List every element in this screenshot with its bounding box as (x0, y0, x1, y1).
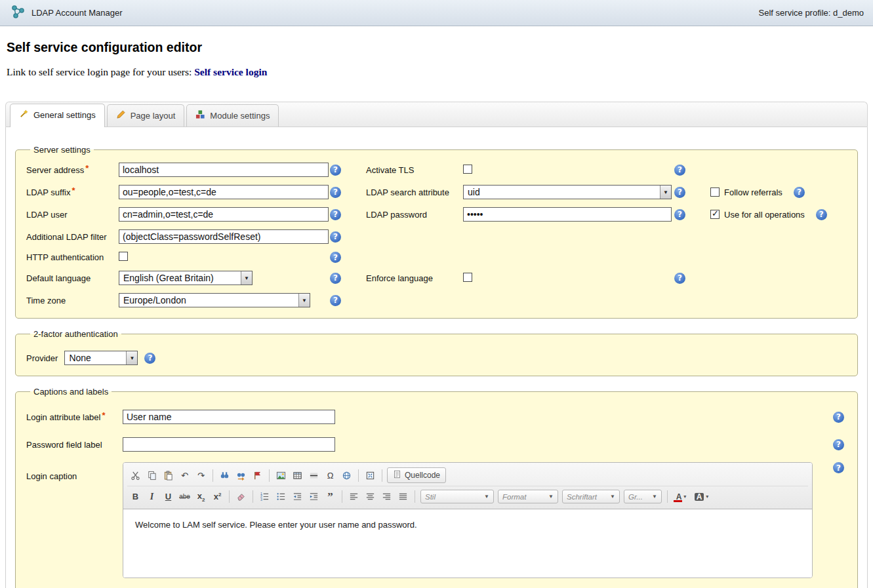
http-authentication-checkbox[interactable] (119, 252, 128, 261)
page-title: Self service configuration editor (7, 40, 868, 55)
enforce-language-checkbox[interactable] (463, 273, 472, 282)
follow-referrals-checkbox[interactable] (710, 187, 720, 197)
provider-select[interactable]: None ▼ (64, 351, 138, 365)
use-for-all-operations-checkbox[interactable] (710, 210, 720, 219)
server-address-label: Server address* (26, 165, 119, 175)
default-language-select[interactable]: English (Great Britain) ▼ (119, 271, 253, 285)
help-icon[interactable]: ? (833, 439, 844, 450)
help-icon[interactable]: ? (330, 165, 341, 176)
http-authentication-label: HTTP authentication (26, 252, 119, 262)
follow-referrals-label: Follow referrals (724, 187, 782, 197)
server-settings-legend: Server settings (30, 145, 94, 155)
default-language-label: Default language (26, 273, 119, 283)
ldap-search-attribute-label: LDAP search attribute (366, 187, 463, 197)
spellcheck-flag-icon[interactable] (249, 467, 266, 483)
password-field-label-input[interactable] (123, 437, 335, 452)
style-dropdown[interactable]: Stil ▼ (420, 490, 494, 503)
toolbar-separator (382, 469, 382, 482)
login-attribute-input[interactable] (123, 410, 335, 424)
toolbar-separator (213, 469, 213, 482)
help-icon[interactable]: ? (674, 165, 685, 176)
help-icon[interactable]: ? (674, 209, 685, 220)
size-dropdown[interactable]: Gr... ▼ (624, 490, 662, 503)
toolbar-separator (269, 469, 270, 482)
help-icon[interactable]: ? (833, 462, 844, 473)
italic-icon[interactable]: I (144, 489, 160, 505)
editor-toolbar: ↶ ↷ Ω (123, 463, 812, 509)
help-icon[interactable]: ? (330, 252, 341, 263)
undo-icon[interactable]: ↶ (176, 467, 193, 483)
blockquote-icon[interactable]: ” (322, 489, 338, 505)
help-icon[interactable]: ? (330, 187, 341, 198)
help-icon[interactable]: ? (833, 412, 844, 423)
help-icon[interactable]: ? (330, 209, 341, 220)
special-character-icon[interactable]: Ω (322, 467, 338, 483)
help-icon[interactable]: ? (330, 295, 341, 306)
strikethrough-icon[interactable]: abe (176, 489, 193, 505)
additional-ldap-filter-input[interactable] (119, 229, 329, 244)
help-icon[interactable]: ? (330, 231, 341, 243)
background-color-button[interactable]: A▾ (691, 489, 712, 505)
help-icon[interactable]: ? (794, 187, 805, 198)
ldap-password-input[interactable] (463, 207, 672, 222)
table-icon[interactable] (289, 467, 306, 483)
copy-icon[interactable] (144, 467, 160, 483)
numbered-list-icon[interactable]: 123 (256, 489, 273, 505)
ldap-suffix-label: LDAP suffix* (26, 187, 119, 197)
bold-icon[interactable]: B (127, 489, 144, 505)
tab-page-layout[interactable]: Page layout (107, 104, 185, 127)
chevron-down-icon: ▼ (484, 494, 489, 500)
ldap-user-label: LDAP user (26, 210, 119, 220)
login-caption-text: Welcome to LAM self service. Please ente… (135, 520, 800, 530)
paste-icon[interactable] (160, 467, 176, 483)
wand-icon (19, 109, 29, 121)
app-title: LDAP Account Manager (31, 8, 123, 18)
horizontal-rule-icon[interactable] (306, 467, 322, 483)
chevron-down-icon: ▼ (548, 494, 554, 500)
pencil-icon (116, 109, 126, 121)
outdent-icon[interactable] (289, 489, 306, 505)
ldap-suffix-input[interactable] (119, 185, 329, 199)
font-dropdown[interactable]: Schriftart ▼ (562, 490, 620, 503)
tab-general-settings[interactable]: General settings (10, 104, 105, 127)
help-icon[interactable]: ? (144, 353, 155, 364)
bullet-list-icon[interactable] (273, 489, 289, 505)
image-icon[interactable] (273, 467, 289, 483)
help-icon[interactable]: ? (674, 273, 685, 284)
time-zone-select[interactable]: Europe/London ▼ (119, 293, 310, 307)
replace-icon[interactable] (233, 467, 249, 483)
chevron-down-icon: ▼ (652, 494, 657, 500)
align-right-icon[interactable] (378, 489, 395, 505)
align-justify-icon[interactable] (395, 489, 411, 505)
help-icon[interactable]: ? (330, 273, 341, 284)
enforce-language-label: Enforce language (366, 273, 463, 283)
underline-icon[interactable]: U (160, 489, 176, 505)
tab-module-settings[interactable]: Module settings (186, 104, 279, 127)
maximize-icon[interactable] (362, 467, 378, 483)
ldap-search-attribute-select[interactable]: uid ▼ (463, 185, 672, 199)
source-button[interactable]: Quellcode (387, 467, 446, 483)
cut-icon[interactable] (127, 467, 144, 483)
ldap-user-input[interactable] (119, 207, 329, 222)
activate-tls-checkbox[interactable] (463, 165, 472, 174)
time-zone-label: Time zone (26, 296, 119, 305)
format-dropdown[interactable]: Format ▼ (498, 490, 558, 503)
indent-icon[interactable] (306, 489, 322, 505)
help-icon[interactable]: ? (816, 209, 827, 220)
server-address-input[interactable] (119, 163, 329, 177)
self-service-login-link[interactable]: Self service login (194, 66, 267, 77)
help-icon[interactable]: ? (674, 187, 685, 198)
general-settings-panel: Server settings Server address* ? Activa… (5, 127, 868, 588)
align-left-icon[interactable] (346, 489, 362, 505)
subscript-icon[interactable]: x2 (193, 489, 209, 505)
find-icon[interactable] (216, 467, 233, 483)
remove-format-eraser-icon[interactable] (233, 489, 249, 505)
editor-content[interactable]: Welcome to LAM self service. Please ente… (123, 509, 812, 578)
align-center-icon[interactable] (362, 489, 378, 505)
login-link-intro: Link to self service login page for your… (7, 66, 192, 77)
superscript-icon[interactable]: x2 (209, 489, 226, 505)
iframe-globe-icon[interactable] (338, 467, 355, 483)
modules-blocks-icon (195, 109, 205, 121)
text-color-button[interactable]: A▾ (671, 489, 691, 505)
redo-icon[interactable]: ↷ (193, 467, 209, 483)
